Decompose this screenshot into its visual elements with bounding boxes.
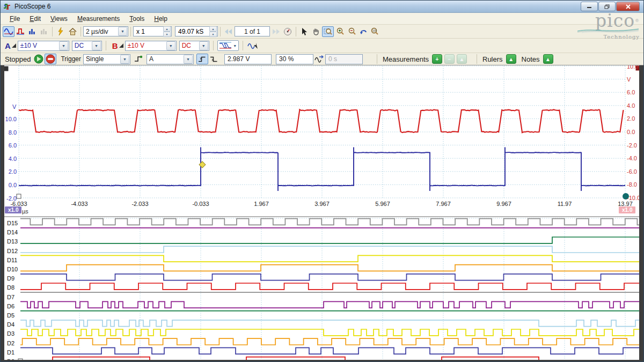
- x-axis-label: -2.033: [131, 201, 148, 207]
- channel-a-coupling-value: DC: [72, 42, 91, 49]
- right-axis-label: 2.0: [627, 116, 635, 122]
- digital-channel-label: D11: [7, 257, 17, 263]
- measurements-label: Measurements: [383, 55, 429, 63]
- falling-edge-button[interactable]: [208, 54, 220, 64]
- x-axis-label: 3.967: [314, 201, 330, 207]
- channel-a-axis-handle[interactable]: [17, 194, 21, 198]
- buffer-position-field[interactable]: 1 of 1: [235, 26, 270, 36]
- right-axis-label: -8.0: [627, 182, 637, 188]
- add-measurement-button[interactable]: +: [432, 54, 442, 64]
- channel-a-range-select[interactable]: ±10 V ▼: [18, 41, 69, 51]
- channel-b-range-select[interactable]: ±10 V ▼: [125, 41, 177, 51]
- analog-trace-b: [19, 109, 624, 132]
- trigger-marker-diamond[interactable]: [199, 161, 206, 168]
- pre-trigger-value: 30 %: [279, 55, 294, 63]
- chevron-down-icon: ▼: [92, 41, 101, 50]
- menu-file[interactable]: File: [5, 14, 25, 24]
- spin-up-icon: ▲: [163, 26, 171, 32]
- trigger-source-select[interactable]: A ▼: [147, 54, 194, 64]
- zoom-factor-value: x 1: [134, 28, 163, 35]
- notes-toggle-button[interactable]: ▲: [543, 54, 553, 64]
- auto-setup-button[interactable]: [55, 26, 67, 37]
- remove-measurement-button[interactable]: −: [444, 54, 455, 64]
- zoom-in-button[interactable]: [334, 26, 346, 37]
- menu-tools[interactable]: Tools: [125, 14, 149, 24]
- x-axis-label: -0.033: [192, 201, 209, 207]
- channels-toolbar: A ±10 V ▼ DC ▼ B ±10 V ▼ DC ▼ ▼: [1, 39, 643, 53]
- digital-trace-d6: [20, 301, 639, 308]
- trigger-level-field[interactable]: 2.987 V: [224, 54, 272, 64]
- window-title: PicoScope 6: [14, 3, 50, 10]
- channel-a-coupling-select[interactable]: DC ▼: [72, 41, 102, 51]
- minimize-button[interactable]: [581, 2, 598, 11]
- zoom-box-tool-button[interactable]: [322, 26, 334, 37]
- picoscope-window: PicoScope 6 FileEditViewsMeasurementsToo…: [0, 0, 644, 362]
- timebase-select[interactable]: 2 µs/div ▼: [83, 26, 128, 36]
- digital-channel-label: D13: [7, 238, 18, 245]
- right-axis-label: -4.0: [627, 156, 637, 161]
- menu-edit[interactable]: Edit: [25, 14, 46, 24]
- menu-measurements[interactable]: Measurements: [72, 14, 125, 24]
- hand-tool-button[interactable]: [310, 26, 322, 37]
- stop-capture-button[interactable]: [45, 54, 56, 64]
- trigger-mode-select[interactable]: Single ▼: [83, 54, 130, 64]
- digital-channel-label: D12: [7, 248, 18, 254]
- restore-button[interactable]: [598, 2, 616, 11]
- spin-down-icon: ▼: [209, 32, 217, 37]
- right-axis-unit: V: [627, 77, 631, 83]
- zoom-out-button[interactable]: [346, 26, 357, 37]
- channel-a-options-icon[interactable]: [12, 43, 16, 48]
- pre-trigger-field[interactable]: 30 %: [276, 54, 313, 64]
- zoom-full-button[interactable]: 100: [369, 26, 381, 37]
- rising-edge-button[interactable]: [196, 54, 208, 64]
- digital-trace-d13: [20, 237, 639, 243]
- spectrum-view-button[interactable]: [14, 26, 26, 37]
- trigger-level-value: 2.987 V: [228, 55, 250, 63]
- digital-channel-label: D14: [7, 229, 18, 235]
- zoom-badge-right: x1.0: [619, 206, 635, 213]
- advanced-trigger-button[interactable]: [133, 54, 144, 64]
- scope-view-button[interactable]: [3, 26, 14, 37]
- chevron-down-icon: ▼: [118, 27, 127, 36]
- svg-text:100: 100: [372, 29, 377, 32]
- home-button[interactable]: [67, 26, 78, 37]
- chevron-down-icon: ▼: [120, 55, 129, 64]
- capture-toolbar: 2 µs/div ▼ x 1 ▲▼ 49.07 kS ▲▼ 1 of 1 100: [1, 25, 643, 39]
- menu-help[interactable]: Help: [149, 14, 172, 24]
- zoom-factor-spinner[interactable]: x 1 ▲▼: [133, 26, 172, 36]
- histogram-view-button[interactable]: [26, 26, 38, 37]
- capture-status: Stopped: [5, 55, 31, 63]
- samples-spinner[interactable]: 49.07 kS ▲▼: [175, 26, 218, 36]
- axis-collapse-square[interactable]: [4, 67, 8, 71]
- waveform-stage: V10.08.06.04.02.00.0-2.010.0V6.04.02.00.…: [1, 65, 643, 361]
- channel-b-options-icon[interactable]: [119, 43, 123, 48]
- digital-channels-button[interactable]: ▼: [217, 40, 239, 51]
- scope-plot[interactable]: [1, 65, 643, 361]
- chevron-down-icon: ▼: [166, 41, 175, 50]
- digital-channel-label: D5: [7, 312, 14, 319]
- undo-zoom-button[interactable]: [357, 26, 369, 37]
- spin-down-icon: ▼: [163, 32, 171, 37]
- app-icon: [3, 3, 11, 10]
- right-axis-label: 4.0: [627, 103, 635, 109]
- prev-buffer-button[interactable]: [223, 26, 235, 37]
- digital-trace-d9: [20, 274, 639, 280]
- normal-cursor-button[interactable]: [298, 26, 310, 37]
- rulers-toggle-button[interactable]: ▲: [506, 54, 516, 64]
- samples-value: 49.07 kS: [175, 28, 209, 35]
- persistence-view-button[interactable]: [38, 26, 50, 37]
- close-button[interactable]: [616, 2, 640, 11]
- timebase-value: 2 µs/div: [84, 28, 118, 35]
- menu-views[interactable]: Views: [46, 14, 72, 24]
- next-buffer-button[interactable]: [270, 26, 282, 37]
- measurements-collapse-button[interactable]: ▲: [457, 54, 467, 64]
- spin-up-icon: ▲: [209, 26, 217, 32]
- right-axis-label: 0.0: [627, 129, 635, 135]
- channel-b-coupling-select[interactable]: DC ▼: [179, 41, 209, 51]
- digital-channel-label: D7: [7, 294, 14, 300]
- buffer-navigator-button[interactable]: [282, 26, 294, 37]
- trigger-delay-field[interactable]: 0 s: [325, 54, 363, 64]
- probe-setup-button[interactable]: [247, 40, 259, 51]
- start-capture-button[interactable]: [33, 54, 45, 64]
- trigger-delay-icon[interactable]: [313, 54, 325, 64]
